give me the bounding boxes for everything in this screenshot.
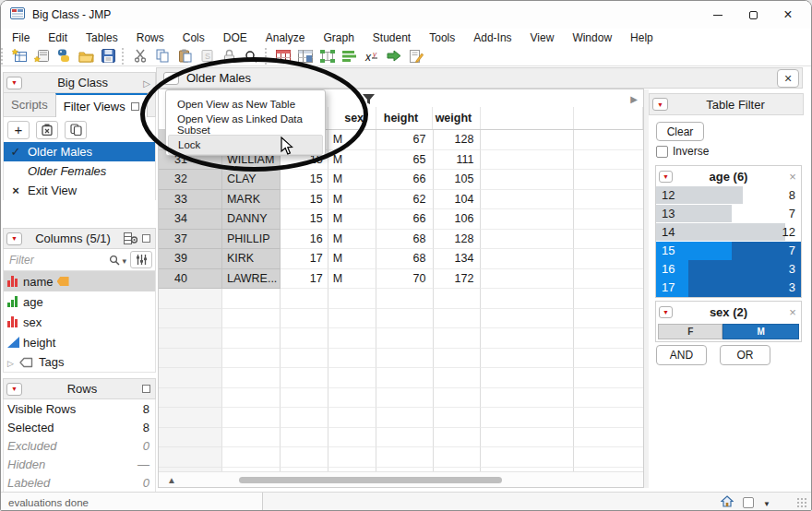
filter-view-item[interactable]: ✓ Older Males xyxy=(4,142,155,161)
weight-cell[interactable]: 172 xyxy=(434,269,482,290)
new-data-table-icon[interactable] xyxy=(8,47,30,65)
age-group-close-icon[interactable] xyxy=(784,170,801,184)
paste-icon[interactable] xyxy=(173,47,196,65)
logic-button[interactable]: OR xyxy=(720,345,770,365)
lock-icon[interactable] xyxy=(218,47,240,65)
weight-cell[interactable]: 128 xyxy=(434,230,482,250)
table-row[interactable]: 32 CLAY 15 M 66 105 xyxy=(159,170,643,190)
age-cell[interactable]: 17 xyxy=(281,249,328,269)
data-table-icon[interactable] xyxy=(272,47,294,65)
menu-item[interactable]: Window xyxy=(563,30,621,46)
column-item[interactable]: sex xyxy=(4,312,155,332)
age-filter-row[interactable]: 13 7 xyxy=(656,205,801,223)
columns-filter-input[interactable]: Filter xyxy=(4,254,109,267)
open-file-icon[interactable] xyxy=(75,47,97,65)
row-number-cell[interactable]: 39 xyxy=(159,249,222,269)
menu-item[interactable]: View xyxy=(521,30,564,46)
table-row[interactable]: 33 MARK 15 M 62 104 xyxy=(159,190,643,210)
sex-segment[interactable]: M xyxy=(722,324,799,339)
name-cell[interactable]: DANNY xyxy=(222,209,281,230)
popup-menu-item[interactable]: Lock xyxy=(168,135,323,155)
filter-funnel-icon[interactable] xyxy=(363,94,375,108)
column-item[interactable]: age xyxy=(4,291,155,312)
logic-button[interactable]: AND xyxy=(656,345,707,365)
table-row[interactable]: 34 DANNY 15 M 66 106 xyxy=(159,209,643,230)
menu-item[interactable]: Add-Ins xyxy=(464,30,520,46)
column-header-sex[interactable]: sex xyxy=(328,107,376,129)
height-cell[interactable]: 66 xyxy=(376,170,434,190)
filter-view-item[interactable]: Older Females xyxy=(4,161,155,181)
tags-group-row[interactable]: Tags xyxy=(3,352,156,373)
status-checkbox[interactable] xyxy=(743,497,754,508)
journal-flag-icon[interactable] xyxy=(143,76,150,89)
height-cell[interactable]: 68 xyxy=(376,230,434,250)
sex-cell[interactable]: M xyxy=(328,190,376,210)
row-number-cell[interactable]: 40 xyxy=(159,269,222,290)
popup-menu-item[interactable]: Open View as Linked Data Subset xyxy=(168,114,323,135)
paste-special-disabled-icon[interactable]: S xyxy=(196,47,218,65)
clear-button[interactable]: Clear xyxy=(656,122,704,141)
age-red-triangle-icon[interactable] xyxy=(659,171,673,183)
rows-panel-toggle-icon[interactable] xyxy=(142,385,150,393)
menu-item[interactable]: Student xyxy=(364,30,420,46)
menu-item[interactable]: File xyxy=(3,30,39,46)
age-cell[interactable]: 17 xyxy=(281,269,328,290)
age-filter-row[interactable]: 12 8 xyxy=(656,186,801,205)
open-database-icon[interactable] xyxy=(30,47,53,65)
python-icon[interactable] xyxy=(53,47,75,65)
menu-item[interactable]: DOE xyxy=(214,30,257,46)
close-button[interactable] xyxy=(770,2,806,28)
resize-grip[interactable] xyxy=(796,497,807,508)
menu-item[interactable]: Cols xyxy=(173,30,214,46)
column-item[interactable]: name xyxy=(4,271,155,291)
add-view-button[interactable] xyxy=(7,121,30,139)
sex-red-triangle-icon[interactable] xyxy=(659,306,673,318)
filter-view-item[interactable]: × Exit View xyxy=(4,181,155,200)
status-caret-icon[interactable] xyxy=(763,496,770,509)
name-cell[interactable]: LAWRE... xyxy=(222,269,281,290)
inverse-checkbox[interactable] xyxy=(656,146,668,158)
menu-item[interactable]: Graph xyxy=(314,30,363,46)
name-cell[interactable]: MARK xyxy=(222,190,281,210)
row-stat[interactable]: Labeled 0 xyxy=(4,473,155,492)
subset-icon[interactable] xyxy=(383,47,405,65)
table-row[interactable]: 40 LAWRE... 17 M 70 172 xyxy=(159,269,643,290)
save-icon[interactable] xyxy=(97,47,119,65)
column-header-weight[interactable]: weight xyxy=(433,107,481,129)
split-columns-icon[interactable] xyxy=(316,47,339,65)
horizontal-scrollbar[interactable] xyxy=(159,471,643,487)
weight-cell[interactable]: 128 xyxy=(434,130,482,150)
sex-cell[interactable]: M xyxy=(328,230,376,250)
duplicate-view-button[interactable] xyxy=(65,121,87,139)
menu-item[interactable]: Analyze xyxy=(257,30,315,46)
sex-cell[interactable]: M xyxy=(328,269,376,290)
table-row[interactable]: 39 KIRK 17 M 68 134 xyxy=(159,249,643,269)
column-manager-icon[interactable] xyxy=(124,232,137,244)
graph-builder-icon[interactable] xyxy=(339,47,361,65)
age-cell[interactable]: 15 xyxy=(281,209,328,230)
name-cell[interactable]: CLAY xyxy=(222,170,281,190)
weight-cell[interactable]: 105 xyxy=(434,170,482,190)
height-cell[interactable]: 70 xyxy=(376,269,434,290)
height-cell[interactable]: 66 xyxy=(376,209,434,230)
sex-cell[interactable]: M xyxy=(328,150,376,171)
row-stat[interactable]: Visible Rows 8 xyxy=(4,399,155,418)
column-header-height[interactable]: height xyxy=(376,107,434,129)
columns-red-triangle-icon[interactable] xyxy=(6,232,22,245)
popup-menu-item[interactable]: Open View as New Table xyxy=(168,94,323,114)
tab-scripts[interactable]: Scripts xyxy=(4,93,55,117)
age-cell[interactable]: 15 xyxy=(281,170,328,190)
vertical-scrollbar-track[interactable] xyxy=(644,89,649,488)
script-editor-icon[interactable] xyxy=(405,47,427,65)
table-panel-red-triangle-icon[interactable] xyxy=(6,77,22,89)
menu-item[interactable]: Tables xyxy=(77,30,127,46)
age-cell[interactable]: 15 xyxy=(281,190,328,210)
column-filter-options-button[interactable] xyxy=(130,251,152,268)
summary-table-icon[interactable] xyxy=(294,47,316,65)
panel-toggle-icon[interactable] xyxy=(131,102,139,111)
weight-cell[interactable]: 106 xyxy=(434,209,482,230)
sex-segment[interactable]: F xyxy=(658,324,722,339)
menu-item[interactable]: Tools xyxy=(420,30,464,46)
sex-cell[interactable]: M xyxy=(328,209,376,230)
view-close-button[interactable] xyxy=(777,69,799,88)
